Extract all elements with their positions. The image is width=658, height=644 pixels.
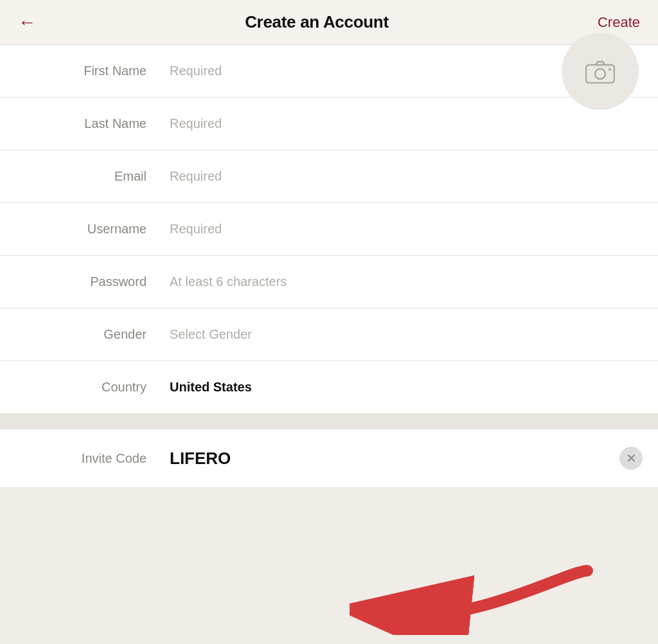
- email-row: Email Required: [0, 150, 658, 203]
- svg-point-1: [595, 69, 605, 79]
- first-name-row: First Name Required: [0, 45, 658, 98]
- header: ← Create an Account Create: [0, 0, 658, 45]
- clear-invite-button[interactable]: ✕: [619, 447, 643, 470]
- page-title: Create an Account: [245, 12, 389, 32]
- password-label: Password: [0, 274, 159, 289]
- svg-point-2: [609, 68, 611, 71]
- username-label: Username: [0, 222, 159, 237]
- first-name-label: First Name: [0, 64, 159, 78]
- svg-rect-0: [586, 65, 614, 83]
- close-icon: ✕: [626, 451, 637, 466]
- invite-section: Invite Code LIFERO ✕: [0, 429, 658, 487]
- invite-code-value[interactable]: LIFERO: [159, 449, 658, 469]
- username-row: Username Required: [0, 203, 658, 256]
- back-button[interactable]: ←: [18, 13, 36, 31]
- last-name-label: Last Name: [0, 116, 159, 131]
- last-name-row: Last Name Required: [0, 98, 658, 150]
- section-separator: [0, 414, 658, 429]
- country-label: Country: [0, 380, 159, 395]
- email-label: Email: [0, 169, 159, 184]
- form-section: First Name Required Last Name Required E…: [0, 45, 658, 414]
- annotation-arrow: [350, 558, 607, 638]
- country-value[interactable]: United States: [159, 380, 658, 395]
- camera-icon: [585, 59, 615, 84]
- password-input[interactable]: At least 6 characters: [159, 274, 658, 289]
- last-name-input[interactable]: Required: [159, 116, 658, 131]
- gender-select[interactable]: Select Gender: [159, 327, 658, 342]
- gender-label: Gender: [0, 327, 159, 342]
- email-input[interactable]: Required: [159, 169, 658, 184]
- invite-code-label: Invite Code: [0, 451, 159, 466]
- gender-row: Gender Select Gender: [0, 309, 658, 361]
- username-input[interactable]: Required: [159, 222, 658, 237]
- password-row: Password At least 6 characters: [0, 256, 658, 309]
- invite-code-row: Invite Code LIFERO ✕: [0, 429, 658, 487]
- create-button[interactable]: Create: [598, 14, 640, 31]
- country-row: Country United States: [0, 361, 658, 414]
